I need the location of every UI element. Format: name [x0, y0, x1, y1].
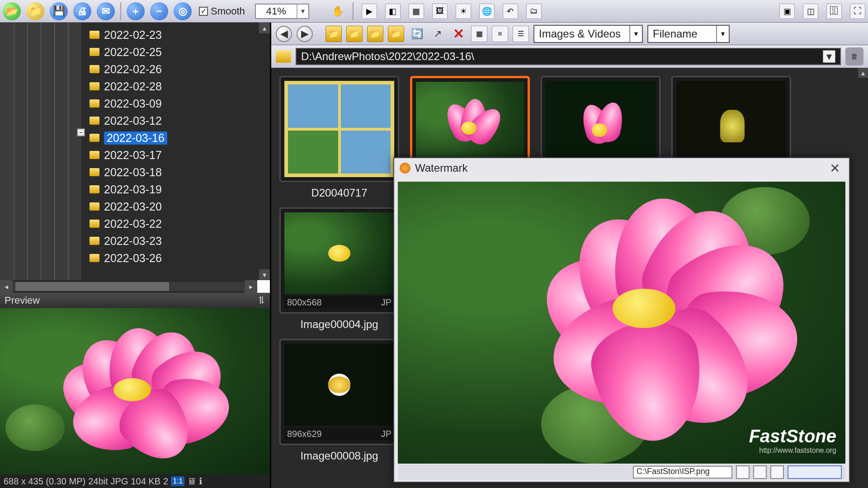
tree-resize-handle[interactable]: [257, 280, 270, 293]
folder-fav-button[interactable]: 📁: [346, 26, 363, 42]
zoom-in-button[interactable]: ＋: [127, 2, 145, 20]
print-button[interactable]: 🖨: [73, 2, 91, 20]
folder-tree-item[interactable]: 2022-03-17: [86, 146, 270, 164]
watermark-icon: [400, 163, 410, 174]
save-button[interactable]: 💾: [50, 2, 68, 20]
watermark-path-input[interactable]: C:\FastSton\ISP.png: [633, 466, 732, 479]
chevron-down-icon[interactable]: ▾: [716, 26, 729, 42]
watermark-browse-button[interactable]: [736, 465, 750, 479]
delete-button[interactable]: ✕: [450, 26, 467, 42]
scroll-thumb[interactable]: [15, 282, 169, 291]
folder-new-button[interactable]: 📁: [367, 26, 383, 42]
folder-name: 2022-03-22: [104, 217, 162, 230]
folder-tree-item[interactable]: 2022-02-26: [86, 61, 270, 78]
batch-button[interactable]: 🗂: [526, 4, 542, 19]
watermark-brand-url: http://www.faststone.org: [749, 446, 836, 455]
trash-button[interactable]: 🗑: [845, 47, 863, 66]
tree-scroll-up-button[interactable]: ▴: [259, 23, 270, 33]
folder-tree-item[interactable]: 2022-03-26: [86, 249, 270, 267]
sort-dropdown[interactable]: Filename ▾: [647, 25, 730, 43]
tree-h-scrollbar[interactable]: ◂ ▸: [0, 280, 270, 293]
folder-tree-item[interactable]: 2022-03-18: [86, 164, 270, 181]
chevron-down-icon[interactable]: ▾: [297, 5, 308, 18]
folder-tree-item[interactable]: 2022-03-16: [86, 129, 270, 146]
tree-expand-toggle[interactable]: −: [77, 128, 85, 136]
watermark-position-button[interactable]: [753, 465, 767, 479]
open-file-button[interactable]: 📂: [3, 2, 21, 20]
thumbnail-filename: D20040717: [311, 187, 367, 199]
folder-icon: [276, 50, 291, 63]
filter-value: Images & Videos: [534, 28, 629, 40]
folder-tree-item[interactable]: 2022-02-23: [86, 26, 270, 43]
hand-tool-button[interactable]: ✋: [329, 2, 347, 20]
thumbnail-item[interactable]: 896x629 JP: [279, 339, 399, 445]
folder-icon: [90, 65, 99, 73]
chevron-down-icon[interactable]: ▾: [629, 26, 642, 42]
scroll-left-button[interactable]: ◂: [0, 280, 13, 293]
folder-name: 2022-03-19: [104, 183, 162, 196]
folder-open-button[interactable]: 📁: [388, 26, 404, 42]
tree-scroll-down-button[interactable]: ▾: [259, 269, 270, 280]
zoom-combo[interactable]: 41% ▾: [255, 4, 309, 19]
contact-sheet-button[interactable]: ▦: [409, 4, 424, 19]
layout-2-button[interactable]: ◫: [803, 4, 818, 19]
open-folder-button[interactable]: 📁: [26, 2, 44, 20]
chevron-down-icon[interactable]: ▾: [823, 50, 835, 63]
smooth-label: Smooth: [211, 5, 245, 17]
status-icon-display[interactable]: 🖥: [187, 476, 196, 487]
effects-button[interactable]: 🌐: [479, 4, 495, 19]
folder-tree-item[interactable]: 2022-03-12: [86, 112, 270, 129]
folder-name: 2022-03-18: [104, 166, 162, 179]
folder-name: 2022-03-09: [104, 97, 162, 110]
adjust-light-button[interactable]: ☀: [456, 4, 471, 19]
folder-icon: [90, 117, 99, 125]
thumbnail-item[interactable]: 800x568 JP: [279, 207, 399, 314]
folder-name: 2022-03-12: [104, 114, 162, 127]
undo-button[interactable]: ↶: [503, 4, 518, 19]
slideshow-button[interactable]: ▶: [362, 4, 377, 19]
watermark-opacity-button[interactable]: [770, 465, 784, 479]
export-button[interactable]: ↗: [429, 26, 446, 42]
folder-tree-item[interactable]: 2022-02-25: [86, 43, 270, 61]
folder-up-button[interactable]: 📁: [326, 26, 342, 42]
fullscreen-button[interactable]: ⛶: [850, 4, 865, 19]
thumbnail-item[interactable]: [279, 76, 399, 182]
watermark-ok-button[interactable]: [788, 465, 842, 479]
thumb-scroll-up-button[interactable]: ▴: [858, 68, 868, 78]
refresh-button[interactable]: 🔄: [409, 26, 425, 42]
scroll-right-button[interactable]: ▸: [245, 280, 257, 293]
folder-name: 2022-03-16: [104, 131, 167, 145]
folder-tree-item[interactable]: 2022-03-20: [86, 198, 270, 215]
scroll-track[interactable]: [13, 282, 245, 291]
folder-name: 2022-03-17: [104, 149, 162, 162]
thumbnail-dims: 896x629: [287, 429, 322, 439]
close-icon[interactable]: ✕: [826, 161, 844, 176]
nav-back-button[interactable]: ◀: [276, 26, 292, 42]
thumbnail-filename: Image00004.jpg: [300, 318, 378, 331]
folder-tree-item[interactable]: 2022-02-28: [86, 78, 270, 95]
view-details-button[interactable]: ☰: [513, 26, 529, 42]
filter-dropdown[interactable]: Images & Videos ▾: [533, 25, 643, 43]
wallpaper-button[interactable]: 🖼: [432, 4, 448, 19]
layout-1-button[interactable]: ▣: [779, 4, 795, 19]
status-icon-info[interactable]: ℹ: [199, 476, 203, 487]
status-index: 2: [163, 476, 168, 487]
compare-button[interactable]: ◧: [385, 4, 401, 19]
folder-tree-item[interactable]: 2022-03-23: [86, 232, 270, 249]
email-button[interactable]: ✉: [97, 2, 115, 20]
nav-forward-button[interactable]: ▶: [297, 26, 313, 42]
path-input[interactable]: D:\AndrewPhotos\2022\2022-03-16\ ▾: [296, 48, 841, 65]
folder-tree-item[interactable]: 2022-03-09: [86, 95, 270, 112]
smooth-checkbox[interactable]: ✓: [199, 7, 208, 16]
folder-tree: − 2022-02-232022-02-252022-02-262022-02-…: [0, 23, 270, 280]
view-thumbnails-button[interactable]: ▦: [471, 26, 487, 42]
zoom-fit-button[interactable]: ◎: [174, 2, 192, 20]
preview-collapse-icon[interactable]: ⥮: [257, 295, 265, 306]
folder-tree-item[interactable]: 2022-03-19: [86, 181, 270, 198]
layout-3-button[interactable]: ⿲: [826, 4, 842, 19]
folder-tree-item[interactable]: 2022-03-22: [86, 215, 270, 232]
watermark-titlebar[interactable]: Watermark ✕: [394, 158, 849, 178]
view-list-button[interactable]: ≡: [492, 26, 508, 42]
folder-icon: [90, 220, 99, 228]
zoom-out-button[interactable]: −: [150, 2, 168, 20]
